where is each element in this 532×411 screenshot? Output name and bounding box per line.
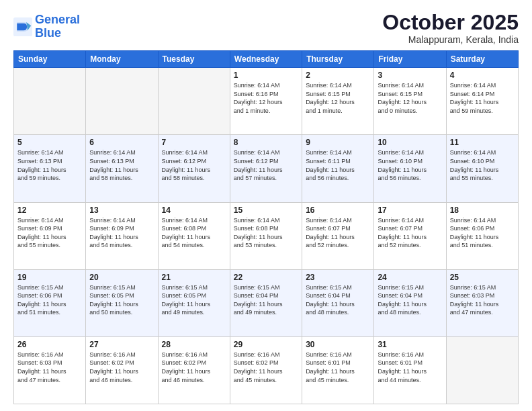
day-info: Sunrise: 6:15 AMSunset: 6:03 PMDaylight:… [450,283,515,317]
calendar-day-cell: 27Sunrise: 6:16 AMSunset: 6:02 PMDayligh… [86,336,158,404]
day-number: 23 [306,273,370,282]
calendar-day-cell: 14Sunrise: 6:14 AMSunset: 6:08 PMDayligh… [158,202,230,269]
day-number: 16 [306,205,370,215]
calendar-header-row: SundayMondayTuesdayWednesdayThursdayFrid… [14,51,519,68]
day-info: Sunrise: 6:14 AMSunset: 6:08 PMDaylight:… [162,216,226,250]
calendar-day-cell: 17Sunrise: 6:14 AMSunset: 6:07 PMDayligh… [374,202,446,269]
calendar-header-wednesday: Wednesday [230,51,302,68]
day-number: 19 [17,273,82,282]
calendar-day-cell: 4Sunrise: 6:14 AMSunset: 6:14 PMDaylight… [446,68,518,135]
header: General Blue October 2025 Malappuram, Ke… [13,11,519,45]
calendar-day-cell: 19Sunrise: 6:15 AMSunset: 6:06 PMDayligh… [14,269,86,336]
logo-icon [13,17,32,36]
calendar-header-monday: Monday [86,51,158,68]
day-info: Sunrise: 6:16 AMSunset: 6:02 PMDaylight:… [162,351,226,384]
day-number: 9 [306,138,370,147]
calendar-day-cell: 23Sunrise: 6:15 AMSunset: 6:04 PMDayligh… [302,269,374,336]
calendar-day-cell: 24Sunrise: 6:15 AMSunset: 6:04 PMDayligh… [374,269,446,336]
day-info: Sunrise: 6:16 AMSunset: 6:03 PMDaylight:… [17,351,82,384]
calendar-day-cell: 11Sunrise: 6:14 AMSunset: 6:10 PMDayligh… [446,135,518,202]
day-info: Sunrise: 6:14 AMSunset: 6:15 PMDaylight:… [378,81,442,115]
logo-text: General Blue [35,13,80,40]
calendar-day-cell: 20Sunrise: 6:15 AMSunset: 6:05 PMDayligh… [86,269,158,336]
day-number: 14 [162,205,226,215]
day-number: 17 [378,205,442,215]
calendar-day-cell: 28Sunrise: 6:16 AMSunset: 6:02 PMDayligh… [158,336,230,404]
day-info: Sunrise: 6:14 AMSunset: 6:13 PMDaylight:… [17,148,82,182]
day-number: 12 [17,205,82,215]
day-info: Sunrise: 6:14 AMSunset: 6:10 PMDaylight:… [378,148,442,182]
calendar-table: SundayMondayTuesdayWednesdayThursdayFrid… [13,50,519,404]
calendar-day-cell: 2Sunrise: 6:14 AMSunset: 6:15 PMDaylight… [302,68,374,135]
day-number: 15 [234,205,298,215]
day-info: Sunrise: 6:14 AMSunset: 6:11 PMDaylight:… [306,148,370,182]
day-number: 1 [234,71,298,80]
calendar-week-row: 26Sunrise: 6:16 AMSunset: 6:03 PMDayligh… [14,336,519,404]
day-info: Sunrise: 6:15 AMSunset: 6:06 PMDaylight:… [17,283,82,317]
day-number: 18 [450,205,515,215]
day-number: 30 [306,340,370,349]
calendar-day-cell: 7Sunrise: 6:14 AMSunset: 6:12 PMDaylight… [158,135,230,202]
logo: General Blue [13,13,80,40]
calendar-day-cell: 18Sunrise: 6:14 AMSunset: 6:06 PMDayligh… [446,202,518,269]
day-number: 31 [378,340,442,349]
calendar-header-tuesday: Tuesday [158,51,230,68]
day-info: Sunrise: 6:14 AMSunset: 6:08 PMDaylight:… [234,216,298,250]
day-info: Sunrise: 6:14 AMSunset: 6:07 PMDaylight:… [306,216,370,250]
logo-blue: Blue [35,26,61,40]
calendar-day-cell [86,68,158,135]
day-info: Sunrise: 6:14 AMSunset: 6:14 PMDaylight:… [450,81,515,115]
day-number: 6 [89,138,154,147]
day-info: Sunrise: 6:16 AMSunset: 6:02 PMDaylight:… [89,351,154,384]
day-info: Sunrise: 6:15 AMSunset: 6:04 PMDaylight:… [234,283,298,317]
day-number: 25 [450,273,515,282]
calendar-day-cell: 5Sunrise: 6:14 AMSunset: 6:13 PMDaylight… [14,135,86,202]
day-info: Sunrise: 6:14 AMSunset: 6:12 PMDaylight:… [234,148,298,182]
month-title: October 2025 [382,11,519,34]
calendar-week-row: 19Sunrise: 6:15 AMSunset: 6:06 PMDayligh… [14,269,519,336]
day-number: 2 [306,71,370,80]
calendar-day-cell: 6Sunrise: 6:14 AMSunset: 6:13 PMDaylight… [86,135,158,202]
day-info: Sunrise: 6:14 AMSunset: 6:09 PMDaylight:… [17,216,82,250]
location-subtitle: Malappuram, Kerala, India [382,34,519,45]
day-info: Sunrise: 6:14 AMSunset: 6:16 PMDaylight:… [234,81,298,115]
calendar-day-cell [446,336,518,404]
day-info: Sunrise: 6:14 AMSunset: 6:06 PMDaylight:… [450,216,515,250]
day-number: 5 [17,138,82,147]
calendar-header-friday: Friday [374,51,446,68]
calendar-day-cell: 3Sunrise: 6:14 AMSunset: 6:15 PMDaylight… [374,68,446,135]
day-number: 10 [378,138,442,147]
day-number: 24 [378,273,442,282]
calendar-day-cell [14,68,86,135]
day-info: Sunrise: 6:14 AMSunset: 6:15 PMDaylight:… [306,81,370,115]
calendar-day-cell: 8Sunrise: 6:14 AMSunset: 6:12 PMDaylight… [230,135,302,202]
day-number: 7 [162,138,226,147]
page: General Blue October 2025 Malappuram, Ke… [0,0,532,411]
calendar-header-sunday: Sunday [14,51,86,68]
day-number: 26 [17,340,82,349]
calendar-day-cell [158,68,230,135]
calendar-day-cell: 12Sunrise: 6:14 AMSunset: 6:09 PMDayligh… [14,202,86,269]
calendar-header-thursday: Thursday [302,51,374,68]
calendar-day-cell: 21Sunrise: 6:15 AMSunset: 6:05 PMDayligh… [158,269,230,336]
day-info: Sunrise: 6:16 AMSunset: 6:01 PMDaylight:… [306,351,370,384]
day-number: 20 [89,273,154,282]
day-info: Sunrise: 6:14 AMSunset: 6:13 PMDaylight:… [89,148,154,182]
day-number: 27 [89,340,154,349]
day-number: 29 [234,340,298,349]
calendar-day-cell: 22Sunrise: 6:15 AMSunset: 6:04 PMDayligh… [230,269,302,336]
calendar-week-row: 12Sunrise: 6:14 AMSunset: 6:09 PMDayligh… [14,202,519,269]
day-number: 28 [162,340,226,349]
day-info: Sunrise: 6:14 AMSunset: 6:09 PMDaylight:… [89,216,154,250]
day-info: Sunrise: 6:15 AMSunset: 6:05 PMDaylight:… [89,283,154,317]
calendar-day-cell: 13Sunrise: 6:14 AMSunset: 6:09 PMDayligh… [86,202,158,269]
logo-general: General [35,13,80,26]
day-number: 13 [89,205,154,215]
calendar-day-cell: 15Sunrise: 6:14 AMSunset: 6:08 PMDayligh… [230,202,302,269]
day-number: 22 [234,273,298,282]
day-info: Sunrise: 6:14 AMSunset: 6:12 PMDaylight:… [162,148,226,182]
day-info: Sunrise: 6:15 AMSunset: 6:04 PMDaylight:… [378,283,442,317]
day-number: 11 [450,138,515,147]
calendar-day-cell: 1Sunrise: 6:14 AMSunset: 6:16 PMDaylight… [230,68,302,135]
calendar-day-cell: 10Sunrise: 6:14 AMSunset: 6:10 PMDayligh… [374,135,446,202]
